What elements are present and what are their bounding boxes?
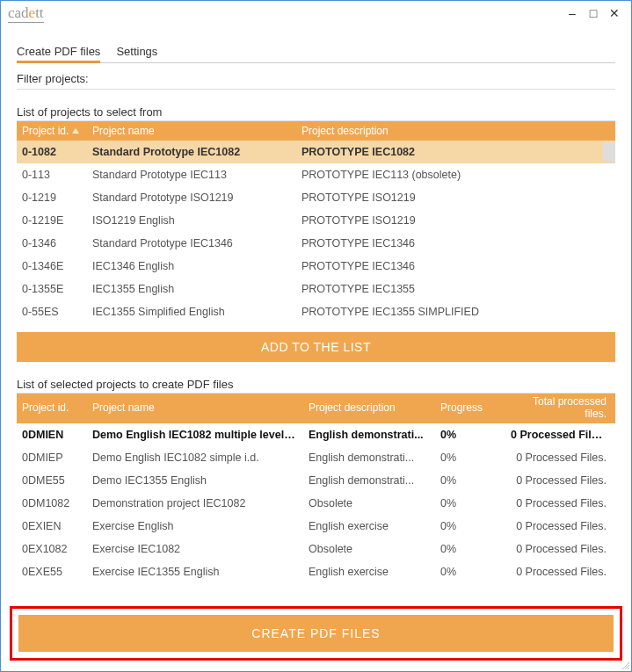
minimize-button[interactable]: –	[563, 5, 582, 21]
selected-table: Project id. Project name Project descrip…	[17, 393, 615, 583]
cell-sel-id: 0EXE55	[17, 563, 87, 581]
selected-row[interactable]: 0DME55Demo IEC1355 EnglishEnglish demons…	[17, 469, 615, 492]
cell-project-id: 0-55ES	[17, 303, 87, 321]
cell-sel-id: 0DMIEN	[17, 426, 87, 444]
tab-bar: Create PDF files Settings	[17, 41, 615, 63]
cell-sel-name: Exercise IEC1355 English	[87, 563, 303, 581]
source-list-title: List of projects to select from	[17, 105, 615, 119]
cell-project-desc: PROTOTYPE IEC1355 SIMPLIFIED	[296, 303, 615, 321]
window-controls: – □ ✕	[563, 5, 624, 21]
cell-sel-prog: 0%	[435, 472, 505, 489]
cell-sel-total: 0 Processed Files.	[505, 495, 615, 512]
cell-sel-name: Exercise IEC1082	[87, 540, 303, 558]
sort-asc-icon	[72, 128, 79, 134]
header-project-name[interactable]: Project name	[87, 121, 296, 141]
cell-sel-desc: English demonstrati...	[303, 449, 435, 466]
header-sel-progress[interactable]: Progress	[435, 394, 505, 423]
cell-project-id: 0-1082	[17, 143, 87, 161]
close-button[interactable]: ✕	[605, 5, 624, 21]
cell-sel-desc: Obsolete	[303, 495, 435, 512]
cell-sel-desc: Obsolete	[303, 540, 435, 558]
header-sel-total[interactable]: Total processed files.	[505, 394, 615, 423]
selected-list-title: List of selected projects to create PDF …	[17, 378, 615, 391]
cell-sel-desc: English exercise	[303, 563, 435, 581]
selected-table-header: Project id. Project name Project descrip…	[17, 394, 615, 423]
selected-row[interactable]: 0DMIEPDemo English IEC1082 simple i.d.En…	[17, 446, 615, 469]
cell-project-desc: PROTOTYPE IEC1355	[296, 280, 615, 298]
cell-sel-total: 0 Processed Files.	[505, 517, 615, 535]
cell-sel-total: 0 Processed Files.	[505, 563, 615, 581]
cell-project-name: Standard Prototype IEC1082	[87, 143, 296, 161]
cell-sel-prog: 0%	[435, 517, 505, 535]
source-row[interactable]: 0-1082Standard Prototype IEC1082PROTOTYP…	[17, 141, 615, 163]
cell-project-desc: PROTOTYPE IEC113 (obsolete)	[296, 166, 615, 184]
source-row[interactable]: 0-1355EIEC1355 EnglishPROTOTYPE IEC1355	[17, 278, 615, 300]
cell-sel-id: 0DME55	[17, 472, 87, 489]
cell-sel-total: 0 Processed Files.	[505, 540, 615, 558]
source-row[interactable]: 0-1346Standard Prototype IEC1346PROTOTYP…	[17, 232, 615, 255]
content-area: Create PDF files Settings Filter project…	[1, 25, 631, 583]
cell-sel-prog: 0%	[435, 426, 505, 444]
header-sel-project-desc[interactable]: Project description	[303, 394, 435, 423]
source-row[interactable]: 0-55ESIEC1355 Simplified EnglishPROTOTYP…	[17, 300, 615, 323]
cell-sel-prog: 0%	[435, 540, 505, 558]
source-table-header: Project id. Project name Project descrip…	[17, 121, 615, 141]
source-row[interactable]: 0-1346EIEC1346 EnglishPROTOTYPE IEC1346	[17, 255, 615, 278]
cell-project-desc: PROTOTYPE IEC1346	[296, 257, 615, 275]
cell-project-desc: PROTOTYPE ISO1219	[296, 189, 615, 206]
source-row[interactable]: 0-113Standard Prototype IEC113PROTOTYPE …	[17, 163, 615, 186]
cell-sel-total: 0 Processed Files.	[505, 426, 615, 444]
cell-sel-desc: English exercise	[303, 517, 435, 535]
cell-project-id: 0-113	[17, 166, 87, 184]
cell-project-id: 0-1219	[17, 189, 87, 206]
cell-sel-id: 0EX1082	[17, 540, 87, 558]
filter-divider	[17, 89, 615, 90]
add-to-list-button[interactable]: ADD TO THE LIST	[17, 332, 615, 362]
cell-sel-desc: English demonstrati...	[303, 426, 435, 444]
cell-sel-desc: English demonstrati...	[303, 472, 435, 489]
maximize-button[interactable]: □	[584, 5, 603, 21]
cell-sel-prog: 0%	[435, 563, 505, 581]
cell-project-desc: PROTOTYPE ISO1219	[296, 212, 615, 229]
tab-create-pdf[interactable]: Create PDF files	[17, 41, 100, 63]
header-project-id[interactable]: Project id.	[17, 121, 87, 141]
cell-project-name: Standard Prototype IEC1346	[87, 235, 296, 252]
app-logo: cadett	[8, 4, 44, 23]
tab-settings[interactable]: Settings	[116, 41, 157, 62]
selected-row[interactable]: 0DM1082Demonstration project IEC1082Obso…	[17, 492, 615, 515]
cell-project-desc: PROTOTYPE IEC1346	[296, 235, 615, 252]
cell-sel-name: Demo IEC1355 English	[87, 472, 303, 489]
header-sel-project-name[interactable]: Project name	[87, 394, 303, 423]
create-pdf-files-button[interactable]: CREATE PDF FILES	[18, 614, 614, 653]
cell-project-name: Standard Prototype ISO1219	[87, 189, 296, 206]
header-sel-project-id[interactable]: Project id.	[17, 394, 87, 423]
filter-projects-label: Filter projects:	[17, 69, 615, 89]
highlight-annotation: CREATE PDF FILES	[10, 606, 622, 661]
cell-project-name: ISO1219 English	[87, 212, 296, 229]
header-project-desc[interactable]: Project description	[296, 121, 615, 141]
cell-sel-id: 0DMIEP	[17, 449, 87, 466]
source-scrollbar[interactable]	[603, 142, 615, 162]
selected-row[interactable]: 0EXIENExercise EnglishEnglish exercise0%…	[17, 515, 615, 538]
source-row[interactable]: 0-1219Standard Prototype ISO1219PROTOTYP…	[17, 186, 615, 209]
cell-project-name: IEC1355 Simplified English	[87, 303, 296, 321]
resize-grip[interactable]	[621, 661, 629, 669]
selected-row[interactable]: 0EXE55Exercise IEC1355 EnglishEnglish ex…	[17, 560, 615, 583]
selected-row[interactable]: 0EX1082Exercise IEC1082Obsolete0%0 Proce…	[17, 538, 615, 560]
cell-sel-name: Demo English IEC1082 multiple level i.d.	[87, 426, 303, 444]
cell-project-desc: PROTOTYPE IEC1082	[296, 143, 615, 161]
cell-project-id: 0-1346E	[17, 257, 87, 275]
cell-sel-prog: 0%	[435, 495, 505, 512]
selected-row[interactable]: 0DMIENDemo English IEC1082 multiple leve…	[17, 423, 615, 446]
cell-project-id: 0-1346	[17, 235, 87, 252]
source-row[interactable]: 0-1219EISO1219 EnglishPROTOTYPE ISO1219	[17, 209, 615, 232]
cell-project-name: Standard Prototype IEC113	[87, 166, 296, 184]
cell-sel-name: Demo English IEC1082 simple i.d.	[87, 449, 303, 466]
source-table: Project id. Project name Project descrip…	[17, 120, 615, 323]
cell-sel-id: 0DM1082	[17, 495, 87, 512]
svg-line-3	[628, 668, 629, 669]
cell-sel-prog: 0%	[435, 449, 505, 466]
cell-sel-name: Demonstration project IEC1082	[87, 495, 303, 512]
svg-marker-0	[72, 128, 79, 134]
cell-sel-total: 0 Processed Files.	[505, 472, 615, 489]
